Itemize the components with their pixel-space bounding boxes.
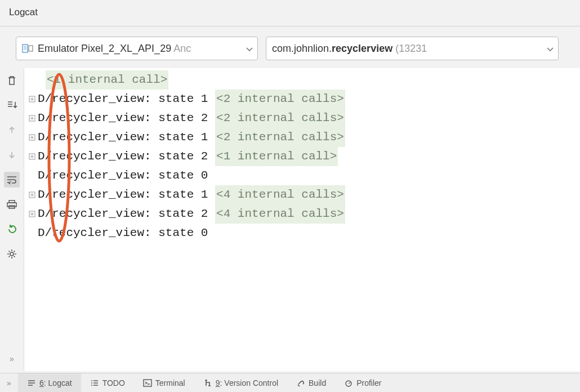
internal-call-badge: <2 internal calls> bbox=[215, 109, 345, 128]
build-icon bbox=[296, 379, 305, 387]
tab-terminal[interactable]: Terminal bbox=[134, 373, 194, 392]
device-selector-text: Emulator Pixel_2_XL_API_29 Anc bbox=[38, 43, 242, 55]
expand-icon[interactable] bbox=[28, 210, 37, 219]
log-line: D/recycler_view: state 0 bbox=[24, 224, 580, 243]
tab-profiler[interactable]: Profiler bbox=[335, 373, 390, 392]
expand-icon[interactable] bbox=[28, 152, 37, 161]
svg-rect-1 bbox=[24, 46, 26, 50]
todo-icon bbox=[90, 379, 99, 387]
internal-call-badge: <1 internal call> bbox=[215, 147, 338, 166]
chevron-down-icon bbox=[547, 43, 554, 55]
log-line: D/recycler_view: state 1 <4 internal cal… bbox=[24, 185, 580, 204]
expand-tabs-button[interactable]: » bbox=[0, 378, 18, 387]
internal-call-badge: <2 internal calls> bbox=[215, 90, 345, 109]
log-text: D/recycler_view: state 1 bbox=[38, 185, 215, 204]
vcs-icon bbox=[203, 379, 212, 387]
log-line: D/recycler_view: state 1 <2 internal cal… bbox=[24, 90, 580, 109]
log-line: <1 internal call> bbox=[24, 70, 580, 90]
chevron-down-icon bbox=[246, 43, 253, 55]
clear-button[interactable] bbox=[4, 73, 20, 88]
main-area: » <1 internal call>D/recycler_view: stat… bbox=[0, 68, 580, 371]
log-text: D/recycler_view: state 0 bbox=[38, 224, 208, 243]
log-line: D/recycler_view: state 2 <2 internal cal… bbox=[24, 109, 580, 128]
log-line: D/recycler_view: state 1 <2 internal cal… bbox=[24, 128, 580, 147]
expand-icon[interactable] bbox=[28, 133, 37, 142]
tab-build[interactable]: Build bbox=[287, 373, 335, 392]
print-button[interactable] bbox=[4, 197, 20, 212]
tab-logcat[interactable]: 6: Logcat bbox=[18, 373, 81, 392]
device-selector[interactable]: Emulator Pixel_2_XL_API_29 Anc bbox=[16, 37, 258, 60]
svg-rect-2 bbox=[29, 46, 33, 51]
process-selector[interactable]: com.johnlion.recyclerview (13231 bbox=[266, 37, 559, 60]
panel-title: Logcat bbox=[0, 0, 580, 26]
expand-toolbar-button[interactable]: » bbox=[4, 351, 20, 367]
profiler-icon bbox=[344, 379, 353, 387]
settings-button[interactable] bbox=[4, 246, 20, 262]
log-text: D/recycler_view: state 0 bbox=[38, 166, 208, 185]
internal-call-badge: <2 internal calls> bbox=[215, 128, 345, 147]
tab-version-control[interactable]: 9: Version Control bbox=[194, 373, 287, 392]
expand-icon[interactable] bbox=[28, 190, 37, 199]
log-text: D/recycler_view: state 2 bbox=[38, 204, 215, 224]
soft-wrap-button[interactable] bbox=[4, 172, 20, 188]
log-line: D/recycler_view: state 0 bbox=[24, 166, 580, 185]
expand-icon[interactable] bbox=[28, 114, 37, 123]
terminal-icon bbox=[143, 379, 152, 387]
expand-icon[interactable] bbox=[28, 95, 37, 104]
log-text: D/recycler_view: state 1 bbox=[38, 128, 215, 147]
device-icon bbox=[22, 44, 33, 53]
process-selector-text: com.johnlion.recyclerview (13231 bbox=[272, 43, 542, 55]
svg-point-6 bbox=[10, 252, 14, 256]
internal-call-badge: <1 internal call> bbox=[46, 70, 168, 90]
log-line: D/recycler_view: state 2 <4 internal cal… bbox=[24, 204, 580, 224]
log-text: D/recycler_view: state 1 bbox=[38, 90, 215, 109]
bottom-tool-window-bar: » 6: Logcat TODO Terminal 9: Version Con… bbox=[0, 373, 580, 392]
log-panel[interactable]: <1 internal call>D/recycler_view: state … bbox=[24, 68, 580, 371]
restart-button[interactable] bbox=[4, 221, 20, 237]
log-text: D/recycler_view: state 2 bbox=[38, 147, 215, 166]
up-button[interactable] bbox=[4, 122, 20, 138]
tab-todo[interactable]: TODO bbox=[81, 373, 134, 392]
filter-row: Emulator Pixel_2_XL_API_29 Anc com.johnl… bbox=[0, 26, 580, 68]
log-text: D/recycler_view: state 2 bbox=[38, 109, 215, 128]
log-line: D/recycler_view: state 2 <1 internal cal… bbox=[24, 147, 580, 166]
internal-call-badge: <4 internal calls> bbox=[215, 185, 345, 204]
scroll-to-end-button[interactable] bbox=[4, 97, 20, 113]
logcat-icon bbox=[27, 379, 36, 387]
internal-call-badge: <4 internal calls> bbox=[215, 204, 345, 224]
down-button[interactable] bbox=[4, 147, 20, 163]
left-toolbar: » bbox=[0, 68, 24, 371]
